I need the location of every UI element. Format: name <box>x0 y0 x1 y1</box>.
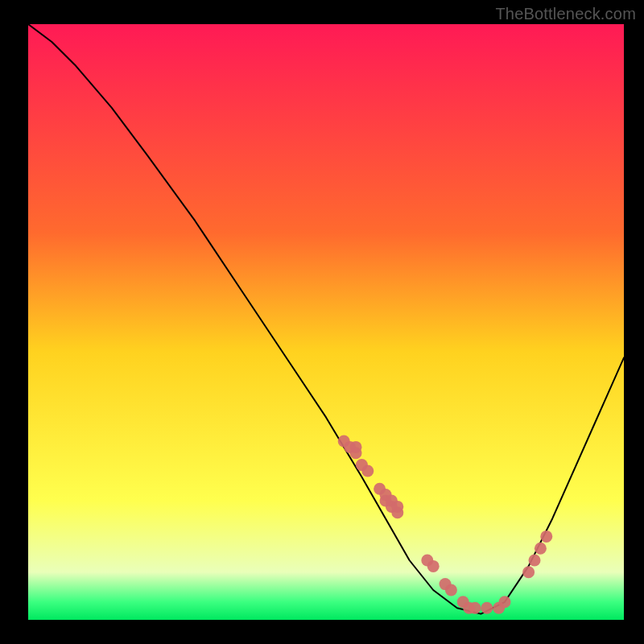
scatter-point <box>499 596 511 608</box>
scatter-point <box>535 543 547 555</box>
scatter-point <box>469 602 481 614</box>
scatter-point <box>540 530 552 543</box>
scatter-point <box>445 584 457 597</box>
scatter-point <box>481 602 493 614</box>
chart-plot-area <box>28 24 624 620</box>
scatter-point <box>522 566 535 578</box>
chart-background <box>28 24 624 620</box>
scatter-point <box>529 555 541 567</box>
scatter-point <box>361 465 374 477</box>
scatter-point <box>391 501 403 513</box>
scatter-point <box>350 441 362 453</box>
scatter-point <box>427 560 440 572</box>
watermark-text: TheBottleneck.com <box>495 5 636 23</box>
chart-svg <box>28 24 624 620</box>
